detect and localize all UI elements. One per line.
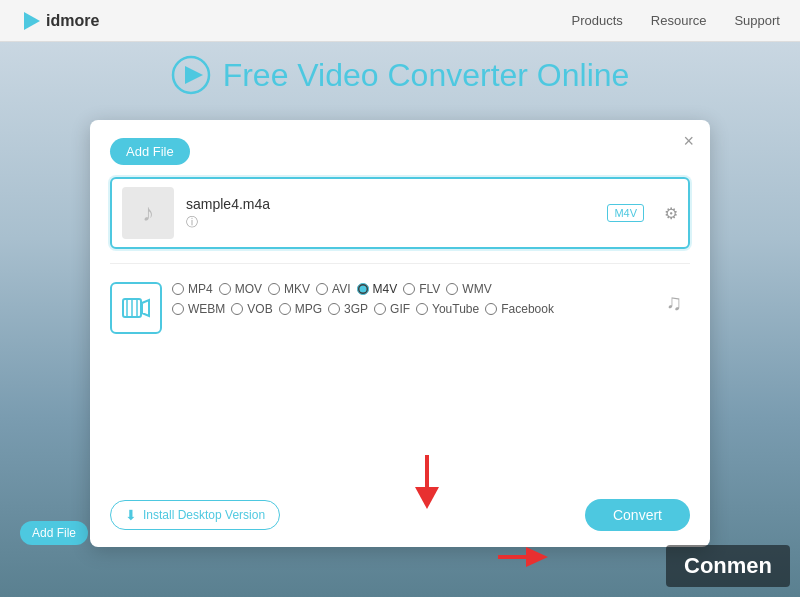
format-gif[interactable]: GIF <box>374 302 410 316</box>
music-icon: ♪ <box>142 199 154 227</box>
nav-support[interactable]: Support <box>734 13 780 28</box>
nav-products[interactable]: Products <box>572 13 623 28</box>
format-wmv[interactable]: WMV <box>446 282 491 296</box>
page-title-text: Free Video Converter Online <box>223 57 630 94</box>
format-m4v[interactable]: M4V <box>357 282 398 296</box>
format-mkv[interactable]: MKV <box>268 282 310 296</box>
format-mpg[interactable]: MPG <box>279 302 322 316</box>
format-area: MP4 MOV MKV AVI M4V FLV WM <box>110 274 690 342</box>
install-desktop-button[interactable]: ⬇ Install Desktop Version <box>110 500 280 530</box>
page-title: Free Video Converter Online <box>0 55 800 95</box>
add-file-overlay: Add File <box>20 521 88 545</box>
file-name: sample4.m4a <box>186 196 595 212</box>
format-row-1: MP4 MOV MKV AVI M4V FLV WM <box>172 282 640 296</box>
title-play-icon <box>171 55 211 95</box>
download-icon: ⬇ <box>125 507 137 523</box>
svg-marker-0 <box>24 12 40 30</box>
file-thumbnail: ♪ <box>122 187 174 239</box>
format-3gp[interactable]: 3GP <box>328 302 368 316</box>
converter-dialog: × Add File ♪ sample4.m4a ⓘ M4V ⚙ <box>90 120 710 547</box>
format-mov[interactable]: MOV <box>219 282 262 296</box>
audio-icon-area[interactable]: ♫ <box>658 282 691 324</box>
file-format-badge: M4V <box>607 204 644 222</box>
svg-marker-2 <box>185 66 203 84</box>
divider <box>110 263 690 264</box>
nav-resource[interactable]: Resource <box>651 13 707 28</box>
logo: idmore <box>20 10 99 32</box>
file-row: ♪ sample4.m4a ⓘ M4V ⚙ <box>110 177 690 249</box>
film-icon <box>122 294 150 322</box>
format-grid: MP4 MOV MKV AVI M4V FLV WM <box>172 282 640 316</box>
format-mp4[interactable]: MP4 <box>172 282 213 296</box>
format-flv[interactable]: FLV <box>403 282 440 296</box>
arrow-right-annotation <box>498 543 548 575</box>
arrow-down-annotation <box>407 455 447 510</box>
nav-links: Products Resource Support <box>572 13 781 28</box>
format-youtube[interactable]: YouTube <box>416 302 479 316</box>
format-row-2: WEBM VOB MPG 3GP GIF YouTube <box>172 302 640 316</box>
format-vob[interactable]: VOB <box>231 302 272 316</box>
audio-note-icon: ♫ <box>666 290 683 316</box>
conmen-watermark: Conmen <box>666 545 790 587</box>
svg-marker-11 <box>526 547 548 567</box>
add-file-button[interactable]: Add File <box>110 138 190 165</box>
format-avi[interactable]: AVI <box>316 282 350 296</box>
file-info: sample4.m4a ⓘ <box>186 196 595 231</box>
file-info-detail: ⓘ <box>186 214 595 231</box>
svg-marker-4 <box>142 300 149 316</box>
page-title-area: Free Video Converter Online <box>0 55 800 95</box>
logo-text: idmore <box>46 12 99 30</box>
top-navigation: idmore Products Resource Support <box>0 0 800 42</box>
format-facebook[interactable]: Facebook <box>485 302 554 316</box>
format-webm[interactable]: WEBM <box>172 302 225 316</box>
bottom-bar: ⬇ Install Desktop Version Convert <box>110 499 690 531</box>
logo-icon <box>20 10 42 32</box>
convert-button[interactable]: Convert <box>585 499 690 531</box>
video-format-icon[interactable] <box>110 282 162 334</box>
install-label: Install Desktop Version <box>143 508 265 522</box>
close-button[interactable]: × <box>683 132 694 150</box>
settings-icon[interactable]: ⚙ <box>664 204 678 223</box>
svg-marker-9 <box>415 487 439 509</box>
